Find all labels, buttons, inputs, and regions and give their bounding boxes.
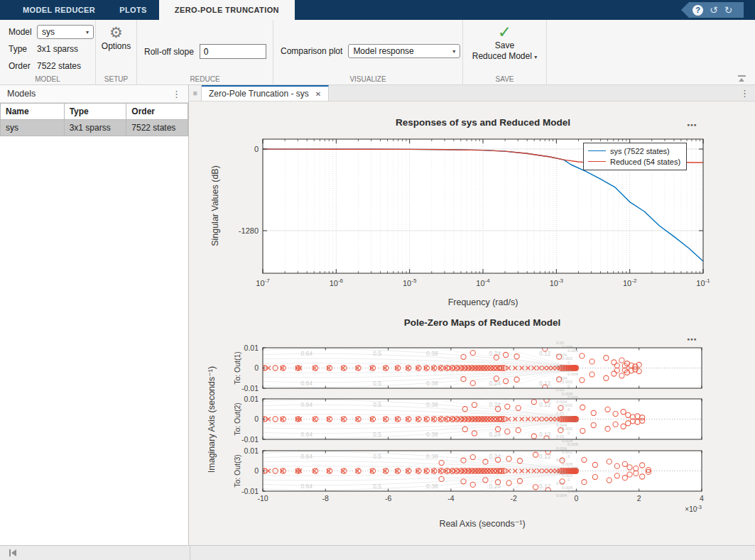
- svg-text:0.5: 0.5: [373, 401, 381, 408]
- table-row[interactable]: sys 3x1 sparss 7522 states: [1, 120, 188, 136]
- svg-text:To: Out(2): To: Out(2): [233, 402, 241, 436]
- comparison-plot-dropdown[interactable]: Model response ▾: [348, 44, 460, 58]
- imaginary-axis-label: Imaginary Axis (seconds⁻¹): [207, 366, 217, 473]
- column-header-name: Name: [1, 104, 65, 120]
- minimize-ribbon-button[interactable]: [737, 75, 746, 82]
- rolloff-slope-input[interactable]: [200, 44, 266, 59]
- order-label: Order: [9, 61, 37, 71]
- close-icon[interactable]: ✕: [315, 90, 321, 98]
- type-label: Type: [9, 44, 37, 54]
- models-table: Name Type Order sys 3x1 sparss 7522 stat…: [0, 103, 188, 136]
- document-bar-options-icon[interactable]: ⋮: [740, 85, 749, 101]
- model-section-title: MODEL: [0, 75, 95, 83]
- svg-text:0.01: 0.01: [244, 446, 259, 455]
- toolstrip: Model sys ▾ Type 3x1 sparss Order 7522 s…: [0, 20, 755, 85]
- minimize-ribbon-icon: [738, 75, 746, 77]
- svg-text:0: 0: [575, 494, 579, 503]
- svg-text:0: 0: [254, 466, 259, 475]
- chevron-down-icon: ▾: [534, 54, 537, 60]
- gear-icon: ⚙: [109, 24, 123, 41]
- svg-text:0: 0: [254, 414, 259, 423]
- svg-text:-8: -8: [322, 494, 329, 503]
- svg-text:0.01: 0.01: [244, 395, 259, 403]
- cell-name: sys: [1, 120, 65, 136]
- svg-text:0.64: 0.64: [301, 431, 313, 438]
- cell-order: 7522 states: [126, 120, 188, 136]
- tab-model-reducer[interactable]: MODEL REDUCER: [11, 0, 107, 20]
- svg-text:0.5: 0.5: [373, 483, 381, 490]
- svg-text:0: 0: [254, 145, 259, 153]
- save-label-line2: Reduced Model: [472, 51, 532, 61]
- pz-plot-menu-icon[interactable]: ⋯: [687, 335, 702, 344]
- svg-text:0.006: 0.006: [567, 489, 579, 493]
- visualize-section: Comparison plot Model response ▾ VISUALI…: [273, 20, 463, 85]
- svg-text:10-5: 10-5: [403, 278, 417, 287]
- collapse-left-icon[interactable]: [9, 549, 16, 556]
- check-icon: ✓: [498, 23, 511, 40]
- svg-text:10-3: 10-3: [550, 278, 564, 287]
- svg-text:-1280: -1280: [239, 226, 259, 235]
- frequency-axis-label: Frequency (rad/s): [448, 297, 518, 307]
- svg-text:0.38: 0.38: [426, 380, 438, 387]
- singular-values-axis-label: Singular Values (dB): [210, 165, 220, 246]
- setup-section-title: SETUP: [96, 75, 136, 83]
- singular-values-plot[interactable]: Responses of sys and Reduced Model Frequ…: [190, 101, 755, 316]
- svg-text:0.004: 0.004: [556, 493, 567, 498]
- svg-text:0.12: 0.12: [539, 483, 551, 490]
- svg-text:0.38: 0.38: [426, 401, 438, 408]
- svg-text:0.006: 0.006: [567, 372, 579, 376]
- svg-text:0: 0: [254, 363, 259, 372]
- undo-icon[interactable]: ↺: [710, 5, 718, 15]
- response-plot-menu-icon[interactable]: ⋯: [687, 121, 702, 129]
- document-list-icon[interactable]: ≡: [190, 85, 202, 101]
- type-value: 3x1 sparss: [37, 44, 78, 54]
- svg-text:0.38: 0.38: [426, 453, 438, 460]
- status-bar: [0, 545, 755, 560]
- comparison-plot-value: Model response: [353, 46, 413, 56]
- options-button[interactable]: ⚙ Options: [96, 20, 136, 52]
- document-tab-bar: ≡ Zero-Pole Truncation - sys ✕ ⋮: [190, 85, 755, 101]
- svg-text:0.5: 0.5: [373, 350, 381, 357]
- models-panel-title: Models: [7, 89, 36, 99]
- svg-text:0.64: 0.64: [301, 401, 313, 408]
- comparison-plot-label: Comparison plot: [281, 46, 342, 56]
- reduce-section-title: REDUCE: [137, 75, 273, 83]
- save-label-line1: Save: [495, 40, 514, 51]
- pz-plot-canvas: 0.640.640.50.50.380.380.240.240.120.120.…: [233, 331, 704, 514]
- save-section-title: SAVE: [463, 75, 546, 83]
- tab-plots[interactable]: PLOTS: [107, 0, 159, 20]
- svg-text:0.01: 0.01: [244, 344, 259, 352]
- svg-text:0.64: 0.64: [301, 380, 313, 387]
- svg-text:0.64: 0.64: [301, 350, 313, 357]
- svg-text:0.38: 0.38: [426, 350, 438, 357]
- document-tab[interactable]: Zero-Pole Truncation - sys ✕: [202, 85, 329, 101]
- save-reduced-model-button[interactable]: ✓ Save Reduced Model ▾: [463, 20, 546, 62]
- chevron-down-icon: ▾: [452, 48, 455, 55]
- plot-legend[interactable]: sys (7522 states) Reduced (54 states): [583, 143, 687, 170]
- svg-text:-2: -2: [510, 494, 516, 503]
- svg-text:0.006: 0.006: [567, 419, 579, 423]
- svg-text:10-4: 10-4: [476, 278, 490, 287]
- kebab-menu-icon[interactable]: ⋮: [172, 89, 181, 99]
- svg-text:0.5: 0.5: [373, 431, 381, 438]
- svg-text:0.5: 0.5: [373, 453, 381, 460]
- svg-text:0.64: 0.64: [301, 483, 313, 490]
- svg-text:0.38: 0.38: [426, 431, 438, 438]
- legend-entry-reduced: Reduced (54 states): [588, 156, 680, 167]
- svg-text:-4: -4: [447, 494, 454, 503]
- help-icon[interactable]: ?: [692, 5, 703, 16]
- redo-icon[interactable]: ↻: [724, 5, 733, 15]
- order-value: 7522 states: [37, 61, 81, 71]
- pole-zero-plot[interactable]: Pole-Zero Maps of Reduced Model Real Axi…: [190, 316, 755, 545]
- response-plot-title: Responses of sys and Reduced Model: [396, 117, 570, 128]
- svg-text:To: Out(3): To: Out(3): [233, 454, 241, 488]
- svg-text:10-2: 10-2: [623, 278, 637, 287]
- ribbon-tab-bar: MODEL REDUCER PLOTS ZERO-POLE TRUNCATION…: [0, 0, 755, 20]
- svg-text:0.24: 0.24: [489, 350, 501, 357]
- model-dropdown[interactable]: sys ▾: [37, 25, 94, 39]
- visualize-section-title: VISUALIZE: [273, 75, 462, 83]
- cell-type: 3x1 sparss: [64, 120, 126, 136]
- legend-label-reduced: Reduced (54 states): [610, 158, 680, 166]
- svg-text:0.006: 0.006: [567, 348, 579, 353]
- tab-zero-pole-truncation[interactable]: ZERO-POLE TRUNCATION: [159, 0, 295, 20]
